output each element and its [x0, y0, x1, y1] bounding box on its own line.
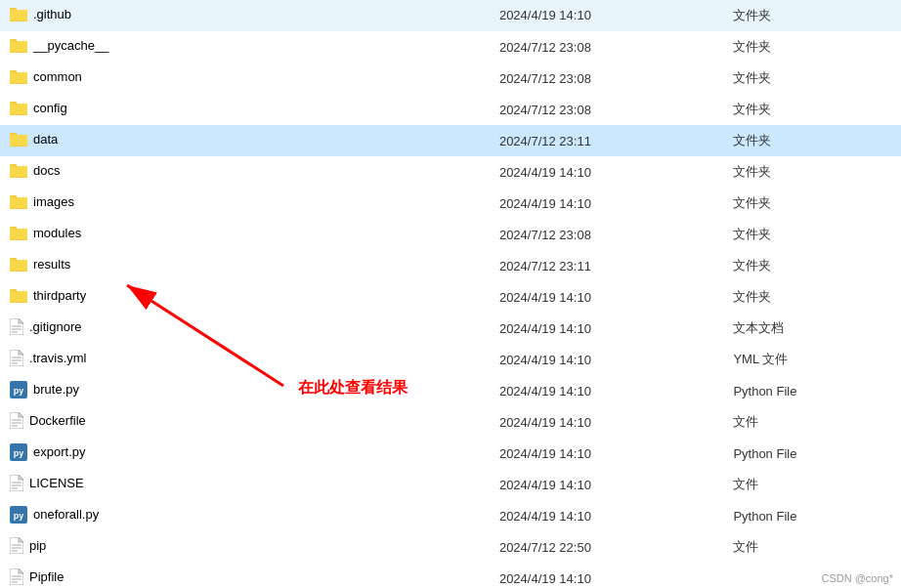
file-list: .github 2024/4/19 14:10 文件夹 __pycache__ … [0, 0, 901, 588]
file-name: Pipfile [29, 569, 64, 584]
file-icon: .travis.yml [10, 350, 87, 366]
file-date: 2024/4/19 14:10 [492, 313, 725, 344]
svg-rect-31 [10, 291, 27, 302]
file-type: Python File [725, 500, 901, 531]
svg-marker-38 [19, 350, 23, 355]
file-name: __pycache__ [33, 38, 108, 53]
file-type: 文件夹 [725, 94, 901, 125]
table-row[interactable]: images 2024/4/19 14:10 文件夹 [0, 188, 901, 219]
svg-rect-28 [10, 260, 27, 271]
table-row[interactable]: pip 2024/7/12 22:50 文件 [0, 531, 901, 563]
file-icon: config [10, 101, 67, 115]
svg-text:py: py [14, 386, 24, 396]
file-date: 2024/7/12 23:11 [492, 250, 725, 281]
annotation-text: 在此处查看结果 [298, 378, 408, 399]
table-row[interactable]: __pycache__ 2024/7/12 23:08 文件夹 [0, 31, 901, 63]
table-row[interactable]: config 2024/7/12 23:08 文件夹 [0, 94, 901, 125]
svg-rect-13 [10, 104, 27, 114]
file-icon: data [10, 132, 58, 147]
table-row[interactable]: data 2024/7/12 23:11 文件夹 [0, 125, 901, 156]
file-date: 2024/7/12 22:50 [492, 531, 725, 563]
file-icon: results [10, 257, 70, 272]
file-date: 2024/7/12 23:08 [492, 31, 725, 63]
file-name: .gitignore [29, 319, 81, 334]
file-name: results [33, 257, 70, 272]
file-date: 2024/7/12 23:11 [492, 125, 725, 156]
file-date: 2024/4/19 14:10 [492, 406, 725, 438]
table-row[interactable]: modules 2024/7/12 23:08 文件夹 [0, 219, 901, 250]
file-name: config [33, 101, 67, 115]
file-icon: py oneforall.py [10, 506, 99, 524]
svg-marker-59 [19, 537, 23, 542]
file-icon: LICENSE [10, 475, 84, 491]
file-date: 2024/4/19 14:10 [492, 469, 725, 500]
svg-rect-7 [10, 41, 27, 52]
file-type: 文件夹 [725, 219, 901, 250]
file-type: 文本文档 [725, 313, 901, 344]
file-date: 2024/4/19 14:10 [492, 344, 725, 375]
file-type: 文件夹 [725, 63, 901, 94]
file-type: 文件 [725, 406, 901, 438]
file-date: 2024/4/19 14:10 [492, 281, 725, 313]
file-type: 文件夹 [725, 281, 901, 313]
file-name: LICENSE [29, 476, 84, 490]
table-row[interactable]: .gitignore 2024/4/19 14:10 文本文档 [0, 313, 901, 344]
file-icon: .github [10, 7, 71, 21]
svg-rect-22 [10, 197, 27, 208]
table-row[interactable]: .github 2024/4/19 14:10 文件夹 [0, 0, 901, 31]
file-icon: images [10, 194, 74, 209]
table-row[interactable]: results 2024/7/12 23:11 文件夹 [0, 250, 901, 281]
file-name: .travis.yml [29, 351, 87, 365]
file-type: 文件 [725, 531, 901, 563]
table-row[interactable]: py brute.py 2024/4/19 14:10 Python File [0, 375, 901, 406]
svg-text:py: py [14, 448, 24, 458]
file-type: 文件 [725, 469, 901, 500]
csdn-watermark: CSDN @cong* [821, 572, 893, 584]
file-type: 文件夹 [725, 250, 901, 281]
svg-marker-33 [19, 318, 23, 323]
table-row[interactable]: py oneforall.py 2024/4/19 14:10 Python F… [0, 500, 901, 531]
file-icon: thirdparty [10, 288, 86, 303]
table-row[interactable]: LICENSE 2024/4/19 14:10 文件 [0, 469, 901, 500]
file-icon: py export.py [10, 443, 85, 461]
svg-text:py: py [14, 511, 24, 521]
svg-marker-64 [19, 568, 23, 573]
file-date: 2024/4/19 14:10 [492, 375, 725, 406]
file-name: pip [29, 538, 46, 553]
file-date: 2024/4/19 14:10 [492, 563, 725, 588]
file-date: 2024/4/19 14:10 [492, 156, 725, 188]
file-name: oneforall.py [33, 507, 99, 522]
file-icon: __pycache__ [10, 38, 108, 53]
svg-marker-52 [19, 475, 23, 480]
file-date: 2024/4/19 14:10 [492, 0, 725, 31]
file-name: brute.py [33, 382, 79, 397]
file-name: docs [33, 163, 60, 178]
file-date: 2024/7/12 23:08 [492, 219, 725, 250]
file-date: 2024/7/12 23:08 [492, 63, 725, 94]
file-name: common [33, 69, 82, 84]
table-row[interactable]: py export.py 2024/4/19 14:10 Python File [0, 438, 901, 469]
file-name: thirdparty [33, 288, 86, 303]
table-row[interactable]: common 2024/7/12 23:08 文件夹 [0, 63, 901, 94]
file-name: data [33, 132, 58, 147]
file-icon: .gitignore [10, 318, 81, 335]
file-name: Dockerfile [29, 413, 86, 428]
table-row[interactable]: Dockerfile 2024/4/19 14:10 文件 [0, 406, 901, 438]
file-icon: Dockerfile [10, 412, 86, 429]
svg-rect-10 [10, 72, 27, 83]
svg-marker-45 [19, 412, 23, 417]
file-type: Python File [725, 438, 901, 469]
file-icon: py brute.py [10, 381, 79, 399]
svg-rect-25 [10, 229, 27, 239]
file-icon: common [10, 69, 82, 84]
file-type: Python File [725, 375, 901, 406]
table-row[interactable]: docs 2024/4/19 14:10 文件夹 [0, 156, 901, 188]
file-name: .github [33, 7, 71, 21]
file-date: 2024/4/19 14:10 [492, 500, 725, 531]
file-date: 2024/4/19 14:10 [492, 438, 725, 469]
svg-rect-4 [10, 10, 27, 21]
table-row[interactable]: Pipfile 2024/4/19 14:10 [0, 563, 901, 588]
table-row[interactable]: thirdparty 2024/4/19 14:10 文件夹 [0, 281, 901, 313]
file-name: images [33, 194, 74, 209]
table-row[interactable]: .travis.yml 2024/4/19 14:10 YML 文件 [0, 344, 901, 375]
